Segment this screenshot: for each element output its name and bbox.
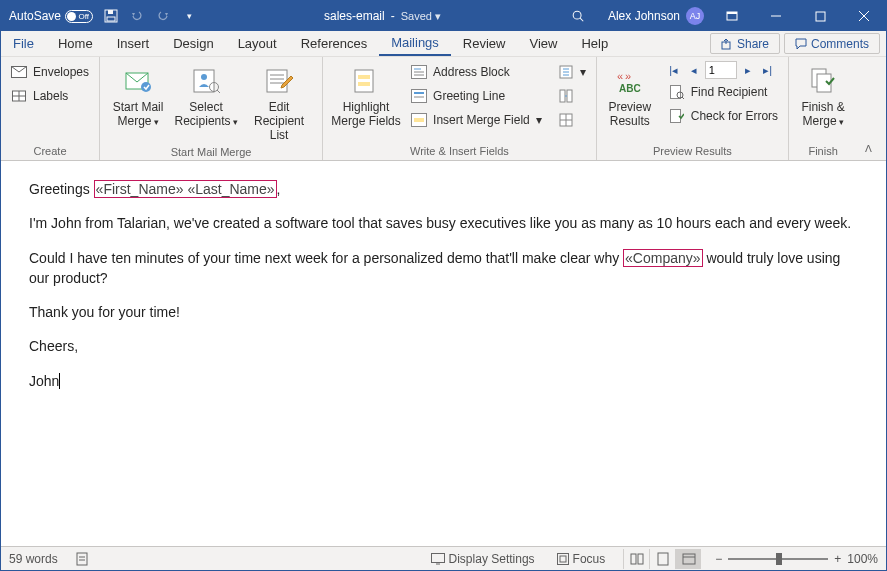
svg-rect-59 xyxy=(557,553,568,564)
group-label-preview: Preview Results xyxy=(597,143,788,160)
tab-help[interactable]: Help xyxy=(569,31,620,56)
start-mail-merge-button[interactable]: Start MailMerge▾ xyxy=(106,61,170,131)
search-icon[interactable] xyxy=(568,8,588,24)
user-name: Alex Johnson xyxy=(608,9,680,23)
svg-rect-2 xyxy=(107,17,115,21)
envelope-icon xyxy=(11,64,27,80)
chevron-down-icon[interactable]: ▾ xyxy=(181,8,197,24)
spelling-status-icon[interactable] xyxy=(72,552,94,566)
user-account[interactable]: Alex Johnson AJ xyxy=(608,7,704,25)
recipients-icon xyxy=(190,65,222,97)
svg-rect-1 xyxy=(108,10,113,14)
comments-button[interactable]: Comments xyxy=(784,33,880,54)
svg-text:ABC: ABC xyxy=(619,83,641,94)
tab-references[interactable]: References xyxy=(289,31,379,56)
first-record-button[interactable]: |◂ xyxy=(665,61,683,79)
group-label-create: Create xyxy=(1,143,99,160)
svg-text:«: « xyxy=(617,70,623,82)
read-mode-button[interactable] xyxy=(623,549,649,569)
print-layout-button[interactable] xyxy=(649,549,675,569)
svg-point-19 xyxy=(201,74,207,80)
tab-design[interactable]: Design xyxy=(161,31,225,56)
document-body[interactable]: Greetings «First_Name» «Last_Name», I'm … xyxy=(1,161,886,546)
tab-file[interactable]: File xyxy=(1,31,46,56)
redo-icon[interactable] xyxy=(155,8,171,24)
share-button[interactable]: Share xyxy=(710,33,780,54)
svg-rect-61 xyxy=(631,554,636,564)
address-block-icon xyxy=(411,64,427,80)
tab-review[interactable]: Review xyxy=(451,31,518,56)
address-block-button[interactable]: Address Block xyxy=(407,61,546,83)
toggle-switch[interactable]: Off xyxy=(65,10,93,23)
check-errors-button[interactable]: Check for Errors xyxy=(665,105,782,127)
group-label-startmm: Start Mail Merge xyxy=(100,144,322,161)
svg-rect-40 xyxy=(567,90,572,102)
highlight-merge-fields-button[interactable]: HighlightMerge Fields xyxy=(329,61,403,131)
prev-record-button[interactable]: ◂ xyxy=(685,61,703,79)
match-fields-button[interactable] xyxy=(554,85,590,107)
tab-view[interactable]: View xyxy=(517,31,569,56)
ribbon-display-options-icon[interactable] xyxy=(710,1,754,31)
record-number-input[interactable] xyxy=(705,61,737,79)
svg-rect-22 xyxy=(267,70,287,92)
next-record-button[interactable]: ▸ xyxy=(739,61,757,79)
ribbon-tabs: File Home Insert Design Layout Reference… xyxy=(1,31,886,57)
maximize-icon[interactable] xyxy=(798,1,842,31)
collapse-ribbon-button[interactable]: ᐱ xyxy=(857,57,879,160)
svg-line-21 xyxy=(217,90,220,93)
merge-field-name: «First_Name» «Last_Name» xyxy=(94,180,277,198)
svg-rect-27 xyxy=(358,75,370,79)
saved-state[interactable]: Saved ▾ xyxy=(401,10,441,23)
group-write-insert: HighlightMerge Fields Address Block Gree… xyxy=(323,57,597,160)
svg-rect-60 xyxy=(560,556,566,562)
preview-results-button[interactable]: «»ABC PreviewResults xyxy=(603,61,657,131)
finish-merge-button[interactable]: Finish &Merge▾ xyxy=(795,61,851,131)
focus-button[interactable]: Focus xyxy=(553,552,610,566)
group-label-write: Write & Insert Fields xyxy=(323,143,596,160)
edit-recipient-list-button[interactable]: EditRecipient List xyxy=(242,61,316,144)
svg-rect-8 xyxy=(816,12,825,21)
rules-button[interactable]: ▾ xyxy=(554,61,590,83)
minimize-icon[interactable] xyxy=(754,1,798,31)
dash: - xyxy=(391,9,395,23)
labels-icon xyxy=(11,88,27,104)
last-record-button[interactable]: ▸| xyxy=(759,61,777,79)
find-icon xyxy=(669,84,685,100)
tab-home[interactable]: Home xyxy=(46,31,105,56)
select-recipients-button[interactable]: SelectRecipients▾ xyxy=(174,61,238,131)
update-labels-button[interactable] xyxy=(554,109,590,131)
tab-layout[interactable]: Layout xyxy=(226,31,289,56)
zoom-percent[interactable]: 100% xyxy=(847,552,878,566)
zoom-out-button[interactable]: − xyxy=(715,552,722,566)
find-recipient-button[interactable]: Find Recipient xyxy=(665,81,782,103)
titlebar-title: sales-email - Saved ▾ xyxy=(197,9,568,23)
insert-merge-field-button[interactable]: Insert Merge Field ▾ xyxy=(407,109,546,131)
word-count[interactable]: 59 words xyxy=(9,552,58,566)
zoom-control: − + 100% xyxy=(715,552,878,566)
title-bar: AutoSave Off ▾ sales-email - Saved ▾ Ale… xyxy=(1,1,886,31)
match-fields-icon xyxy=(558,88,574,104)
tab-insert[interactable]: Insert xyxy=(105,31,162,56)
group-preview: «»ABC PreviewResults |◂ ◂ ▸ ▸| Find Reci… xyxy=(597,57,789,160)
zoom-in-button[interactable]: + xyxy=(834,552,841,566)
paragraph-intro: I'm John from Talarian, we've created a … xyxy=(29,213,858,233)
text-cursor xyxy=(59,373,60,389)
undo-icon[interactable] xyxy=(129,8,145,24)
save-icon[interactable] xyxy=(103,8,119,24)
comment-icon xyxy=(795,38,807,50)
labels-button[interactable]: Labels xyxy=(7,85,93,107)
svg-rect-6 xyxy=(727,12,737,14)
insert-field-icon xyxy=(411,112,427,128)
greeting-line-button[interactable]: Greeting Line xyxy=(407,85,546,107)
close-icon[interactable] xyxy=(842,1,886,31)
svg-text:»: » xyxy=(625,70,631,82)
paragraph-signature: John xyxy=(29,371,858,391)
display-settings-button[interactable]: Display Settings xyxy=(427,552,539,566)
web-layout-button[interactable] xyxy=(675,549,701,569)
svg-rect-18 xyxy=(194,70,214,92)
envelopes-button[interactable]: Envelopes xyxy=(7,61,93,83)
tab-mailings[interactable]: Mailings xyxy=(379,31,451,56)
focus-icon xyxy=(557,553,569,565)
autosave-toggle[interactable]: AutoSave Off xyxy=(9,9,93,23)
zoom-slider[interactable] xyxy=(728,558,828,560)
